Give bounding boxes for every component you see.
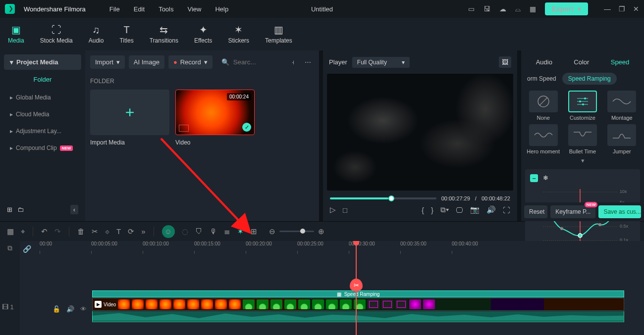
- keyframe-button[interactable]: Keyframe P...NEW: [550, 205, 595, 218]
- close-button[interactable]: ✕: [633, 5, 639, 13]
- tab-audio[interactable]: ♫Audio: [81, 24, 112, 44]
- visibility-icon[interactable]: 👁: [80, 305, 87, 313]
- zoom-in-icon[interactable]: ⊕: [318, 227, 324, 236]
- preset-none[interactable]: None: [525, 91, 561, 121]
- menu-edit[interactable]: Edit: [134, 5, 145, 13]
- record-button[interactable]: ●Record▾: [168, 55, 213, 69]
- menu-file[interactable]: File: [109, 5, 120, 13]
- save-custom-button[interactable]: Save as cus...: [598, 205, 641, 218]
- zoom-thumb[interactable]: [300, 229, 305, 234]
- scrub-track[interactable]: [330, 197, 436, 199]
- filter-icon[interactable]: ⫞: [288, 55, 298, 69]
- tab-audio[interactable]: Audio: [531, 56, 557, 68]
- tab-media[interactable]: ▣Media: [0, 24, 32, 44]
- audio-clip[interactable]: [92, 311, 624, 322]
- link-icon[interactable]: 🔗: [23, 245, 31, 253]
- pointer-icon[interactable]: ⌖: [21, 227, 25, 236]
- preset-jumper[interactable]: Jumper: [604, 124, 640, 155]
- preview-canvas[interactable]: [327, 74, 513, 191]
- crop-icon[interactable]: ⟐: [105, 227, 109, 236]
- time-ruler[interactable]: 00:00 00:00:05:00 00:00:10:00 00:00:15:0…: [40, 241, 644, 256]
- display-icon[interactable]: 🖵: [456, 206, 463, 214]
- fullscreen-icon[interactable]: ▭: [468, 5, 475, 13]
- tab-templates[interactable]: ▥Templates: [257, 24, 300, 44]
- tab-effects[interactable]: ✦Effects: [186, 24, 220, 44]
- export-button[interactable]: Export ▾: [545, 2, 588, 15]
- search-input[interactable]: [233, 58, 263, 66]
- video-track-icon[interactable]: 🎞 1: [2, 303, 14, 311]
- cloud-icon[interactable]: ☁: [499, 5, 506, 13]
- fullscreen-icon[interactable]: ⛶: [503, 206, 510, 214]
- menu-view[interactable]: View: [187, 5, 201, 13]
- headphones-icon[interactable]: ⌓: [515, 5, 521, 13]
- preset-hero-moment[interactable]: Hero moment: [525, 124, 561, 155]
- preset-montage[interactable]: Montage: [604, 91, 640, 121]
- add-media-icon[interactable]: ⊞: [251, 227, 257, 236]
- expand-presets[interactable]: ▾: [525, 157, 640, 164]
- crop-icon[interactable]: ⧉▾: [440, 205, 449, 214]
- save-icon[interactable]: 🖫: [483, 5, 490, 13]
- video-media-card[interactable]: 00:00:24 ✓ Video: [175, 90, 255, 146]
- more-tools-icon[interactable]: »: [141, 227, 145, 236]
- sidebar-compound-clip[interactable]: ▸Compound ClipNEW: [4, 140, 81, 156]
- split-icon[interactable]: ✂: [92, 227, 98, 236]
- import-media-card[interactable]: + Import Media: [90, 90, 169, 146]
- zoom-slider[interactable]: [279, 231, 314, 232]
- tab-stock-media[interactable]: ⛶Stock Media: [32, 24, 81, 44]
- volume-icon[interactable]: 🔊: [486, 205, 496, 214]
- speed-ramping-tab[interactable]: Speed Ramping: [562, 73, 617, 85]
- tab-stickers[interactable]: ✶Stickers: [220, 24, 257, 44]
- timeline-mode-icon[interactable]: ⧉: [7, 244, 12, 252]
- menu-tools[interactable]: Tools: [159, 5, 173, 13]
- zoom-out-icon[interactable]: ⊖: [269, 227, 275, 236]
- tab-speed[interactable]: Speed: [606, 56, 635, 68]
- redo-icon[interactable]: ↷: [54, 227, 61, 236]
- captions-icon[interactable]: ≣: [224, 227, 230, 236]
- grid-icon[interactable]: ▦: [7, 227, 14, 236]
- project-media-header[interactable]: ▾Project Media: [4, 54, 81, 70]
- scrub-thumb[interactable]: [388, 195, 394, 201]
- menu-help[interactable]: Help: [215, 5, 228, 13]
- lock-icon[interactable]: 🔓: [53, 305, 60, 313]
- freeze-frame-icon[interactable]: ❄: [543, 174, 548, 182]
- quality-select[interactable]: Full Quality▾: [352, 57, 410, 68]
- quick-split-button[interactable]: ✂: [350, 279, 363, 291]
- more-icon[interactable]: ⋯: [302, 55, 314, 69]
- snapshot-icon[interactable]: 🖼: [499, 56, 511, 68]
- maximize-button[interactable]: ❐: [619, 5, 625, 13]
- remove-keyframe-icon[interactable]: −: [530, 174, 538, 182]
- mark-out-icon[interactable]: }: [431, 206, 433, 214]
- minimize-button[interactable]: —: [604, 5, 611, 13]
- folder-tab[interactable]: Folder: [4, 70, 81, 89]
- tab-color[interactable]: Color: [569, 56, 594, 68]
- shield-icon[interactable]: ⛉: [195, 227, 203, 236]
- reset-button[interactable]: Reset: [524, 205, 547, 218]
- render-icon[interactable]: ◌: [182, 227, 188, 236]
- preset-bullet-time[interactable]: Bullet Time: [564, 124, 600, 155]
- camera-icon[interactable]: 📷: [470, 205, 480, 214]
- uniform-speed-tab[interactable]: orm Speed: [525, 73, 558, 85]
- ai-assistant-icon[interactable]: ☺: [162, 225, 175, 238]
- speed-icon[interactable]: ⟳: [128, 227, 134, 236]
- sidebar-cloud-media[interactable]: ▸Cloud Media: [4, 106, 81, 123]
- undo-icon[interactable]: ↶: [41, 227, 48, 236]
- mark-in-icon[interactable]: {: [422, 206, 424, 214]
- import-button[interactable]: Import▾: [90, 55, 125, 69]
- grid-icon[interactable]: ▦: [530, 5, 536, 13]
- tab-titles[interactable]: TTitles: [111, 24, 141, 44]
- play-button[interactable]: ▷: [330, 205, 336, 214]
- sidebar-adjustment-layer[interactable]: ▸Adjustment Lay...: [4, 123, 81, 140]
- tab-transitions[interactable]: ⇆Transitions: [142, 24, 186, 44]
- ai-image-button[interactable]: AI Image: [129, 55, 164, 69]
- marker-icon[interactable]: ✶: [237, 227, 244, 236]
- text-icon[interactable]: T: [116, 227, 121, 236]
- preset-customize[interactable]: Customize: [564, 91, 600, 121]
- collapse-icon[interactable]: ‹: [70, 205, 78, 214]
- video-clip[interactable]: ▶ Video: [92, 298, 624, 311]
- sidebar-global-media[interactable]: ▸Global Media: [4, 89, 81, 106]
- mic-icon[interactable]: 🎙: [210, 227, 217, 236]
- delete-icon[interactable]: 🗑: [77, 227, 85, 236]
- speed-ramp-clip[interactable]: ▦Speed Ramping: [92, 290, 624, 297]
- add-folder-icon[interactable]: ⊞: [7, 206, 12, 213]
- mute-icon[interactable]: 🔊: [66, 305, 74, 313]
